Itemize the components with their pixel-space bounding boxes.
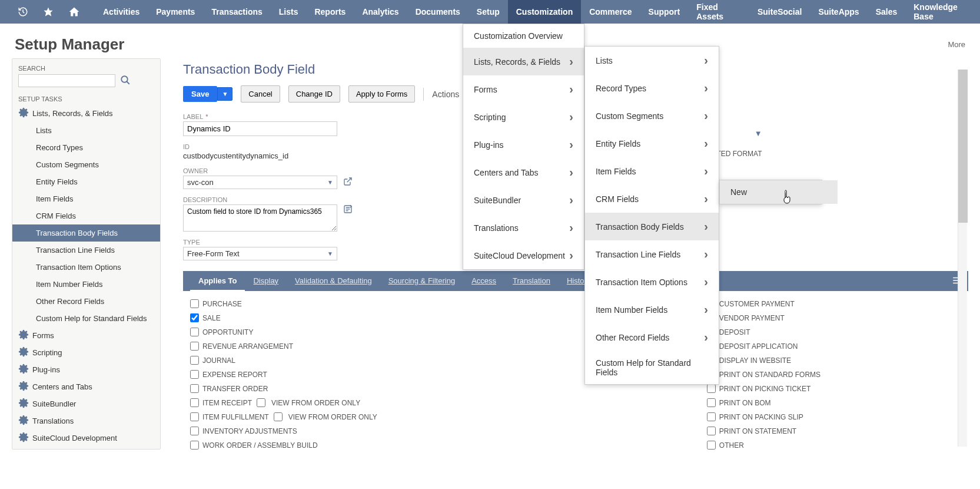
checkbox-item-fulfillment[interactable] [190, 412, 199, 421]
menu-item-entity-fields[interactable]: Entity Fields› [585, 130, 719, 157]
home-icon[interactable] [68, 6, 80, 18]
menu-item-transaction-body-fields[interactable]: Transaction Body Fields› [585, 213, 719, 240]
change-id-button[interactable]: Change ID [288, 85, 340, 103]
scrollbar[interactable] [958, 70, 967, 447]
tab-validation-defaulting[interactable]: Validation & Defaulting [287, 272, 380, 291]
nav-support[interactable]: Support [640, 0, 689, 24]
menu-item-translations[interactable]: Translations› [463, 214, 584, 242]
sidebar-item-item-number-fields[interactable]: Item Number Fields [12, 276, 160, 293]
description-field-textarea[interactable]: Custom field to store ID from Dynamics36… [183, 204, 337, 232]
checkbox-print-on-bom[interactable] [707, 398, 716, 407]
sidebar-item-centers-and-tabs[interactable]: Centers and Tabs [12, 378, 160, 395]
checkbox-work-order-assembly-build[interactable] [190, 441, 199, 450]
menu-item-custom-segments[interactable]: Custom Segments› [585, 102, 719, 130]
sidebar-item-transaction-item-options[interactable]: Transaction Item Options [12, 259, 160, 276]
save-button[interactable]: Save [183, 86, 217, 102]
type-field-select[interactable]: Free-Form Text▼ [183, 247, 337, 260]
menu-item-suitebundler[interactable]: SuiteBundler› [463, 186, 584, 214]
sidebar-item-scripting[interactable]: Scripting [12, 344, 160, 361]
star-icon[interactable] [43, 6, 54, 17]
sidebar-item-custom-help-for-standard-fields[interactable]: Custom Help for Standard Fields [12, 310, 160, 327]
nav-activities[interactable]: Activities [95, 0, 148, 24]
nav-customization[interactable]: Customization [508, 0, 581, 24]
text-expand-icon[interactable] [343, 204, 353, 232]
menu-item-customization-overview[interactable]: Customization Overview [463, 24, 584, 48]
menu-item-centers-and-tabs[interactable]: Centers and Tabs› [463, 158, 584, 186]
menu-item-item-number-fields[interactable]: Item Number Fields› [585, 296, 719, 323]
nav-suiteapps[interactable]: SuiteApps [810, 0, 867, 24]
tab-sourcing-filtering[interactable]: Sourcing & Filtering [380, 272, 463, 291]
sidebar-item-other-record-fields[interactable]: Other Record Fields [12, 293, 160, 310]
tab-translation[interactable]: Translation [504, 272, 559, 291]
nav-knowledge-base[interactable]: Knowledge Base [905, 0, 980, 24]
nav-lists[interactable]: Lists [271, 0, 307, 24]
checkbox-inline-view-order[interactable] [274, 412, 283, 421]
chevron-down-icon[interactable]: ▼ [755, 129, 762, 138]
checkbox-inventory-adjustments[interactable] [190, 427, 199, 435]
nav-fixed-assets[interactable]: Fixed Assets [688, 0, 749, 24]
sidebar-item-suitebundler[interactable]: SuiteBundler [12, 395, 160, 412]
checkbox-revenue-arrangement[interactable] [190, 342, 199, 351]
sidebar-item-item-fields[interactable]: Item Fields [12, 190, 160, 207]
nav-suitesocial[interactable]: SuiteSocial [749, 0, 810, 24]
nav-documents[interactable]: Documents [407, 0, 469, 24]
nav-payments[interactable]: Payments [148, 0, 203, 24]
menu-item-lists[interactable]: Lists› [585, 47, 719, 74]
checkbox-transfer-order[interactable] [190, 384, 199, 393]
checkbox-opportunity[interactable] [190, 328, 199, 336]
nav-sales[interactable]: Sales [868, 0, 906, 24]
sidebar-parent-lists-records-fields[interactable]: Lists, Records, & Fields [12, 105, 160, 122]
history-icon[interactable] [18, 6, 28, 17]
sidebar-item-custom-segments[interactable]: Custom Segments [12, 156, 160, 173]
sidebar-item-transaction-line-fields[interactable]: Transaction Line Fields [12, 242, 160, 259]
more-link[interactable]: More [948, 40, 965, 49]
menu-item-plug-ins[interactable]: Plug-ins› [463, 131, 584, 158]
popout-icon[interactable] [343, 177, 353, 188]
sidebar-item-entity-fields[interactable]: Entity Fields [12, 173, 160, 190]
checkbox-purchase[interactable] [190, 299, 199, 308]
sidebar-item-transaction-body-fields[interactable]: Transaction Body Fields [12, 224, 160, 242]
sidebar-item-forms[interactable]: Forms [12, 327, 160, 344]
apply-to-forms-button[interactable]: Apply to Forms [348, 85, 415, 103]
menu-item-transaction-item-options[interactable]: Transaction Item Options› [585, 268, 719, 296]
actions-menu[interactable]: Actions [432, 90, 459, 99]
sidebar-search-input[interactable] [18, 74, 115, 87]
checkbox-print-on-packing-slip[interactable] [707, 412, 716, 421]
checkbox-inline-view-order[interactable] [257, 398, 265, 407]
sidebar-item-record-types[interactable]: Record Types [12, 139, 160, 156]
nav-setup[interactable]: Setup [469, 0, 508, 24]
sidebar-item-plug-ins[interactable]: Plug-ins [12, 361, 160, 378]
checkbox-print-on-statement[interactable] [707, 427, 716, 435]
nav-reports[interactable]: Reports [306, 0, 354, 24]
menu-item-lists-records-fields[interactable]: Lists, Records, & Fields› [463, 48, 584, 75]
menu-item-record-types[interactable]: Record Types› [585, 74, 719, 102]
checkbox-item-receipt[interactable] [190, 398, 199, 407]
nav-transactions[interactable]: Transactions [203, 0, 270, 24]
checkbox-print-on-picking-ticket[interactable] [707, 384, 716, 393]
checkbox-sale[interactable] [190, 313, 199, 322]
menu-item-suitecloud-development[interactable]: SuiteCloud Development› [463, 242, 584, 269]
save-dropdown-button[interactable]: ▼ [217, 87, 232, 101]
sidebar-item-translations[interactable]: Translations [12, 412, 160, 429]
menu-item-new[interactable]: New [720, 180, 838, 204]
menu-item-scripting[interactable]: Scripting› [463, 103, 584, 131]
sidebar-item-crm-fields[interactable]: CRM Fields [12, 207, 160, 224]
tab-display[interactable]: Display [245, 272, 287, 291]
menu-item-custom-help-for-standard-fields[interactable]: Custom Help for Standard Fields [585, 351, 719, 384]
checkbox-other[interactable] [707, 441, 716, 450]
cancel-button[interactable]: Cancel [241, 85, 280, 103]
nav-analytics[interactable]: Analytics [354, 0, 407, 24]
tab-applies-to[interactable]: Applies To [190, 272, 245, 292]
menu-item-item-fields[interactable]: Item Fields› [585, 157, 719, 185]
menu-item-forms[interactable]: Forms› [463, 75, 584, 103]
owner-field-select[interactable]: svc-con▼ [183, 176, 337, 189]
menu-item-other-record-fields[interactable]: Other Record Fields› [585, 323, 719, 351]
nav-commerce[interactable]: Commerce [581, 0, 640, 24]
label-field-input[interactable] [183, 121, 337, 136]
sidebar-item-lists[interactable]: Lists [12, 122, 160, 139]
checkbox-expense-report[interactable] [190, 370, 199, 379]
menu-item-crm-fields[interactable]: CRM Fields› [585, 185, 719, 213]
menu-item-transaction-line-fields[interactable]: Transaction Line Fields› [585, 240, 719, 268]
sidebar-item-suitecloud-development[interactable]: SuiteCloud Development [12, 429, 160, 447]
search-icon[interactable] [120, 75, 131, 87]
